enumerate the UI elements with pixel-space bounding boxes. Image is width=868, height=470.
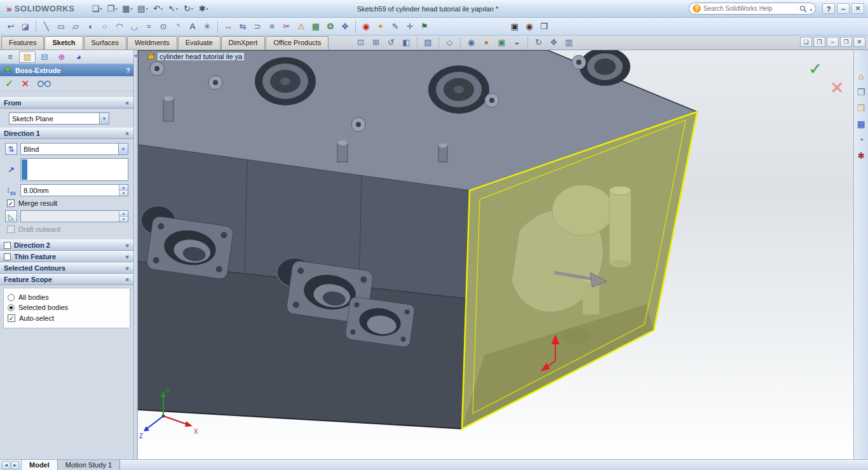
previous-view-icon[interactable]: ↺ (384, 36, 398, 48)
doc-window-1-button[interactable]: ❏ (800, 37, 812, 47)
help-search-box[interactable]: ? (689, 3, 816, 15)
direction-reference-selection-box[interactable] (20, 158, 128, 181)
chevron-down-icon[interactable] (810, 5, 812, 13)
close-button[interactable]: ✕ (851, 3, 864, 14)
search-icon[interactable] (799, 5, 807, 13)
3d-drawing-view-icon[interactable]: ▥ (562, 36, 576, 48)
featuremanager-design-tree-tab[interactable]: ≡ (2, 51, 18, 63)
help-icon[interactable]: ? (126, 67, 130, 74)
mode-tab[interactable]: Motion Study 1 (58, 460, 120, 470)
commandmanager-tab[interactable]: Office Products (266, 36, 329, 50)
spinner-up-icon[interactable] (119, 211, 128, 217)
end-condition-dropdown[interactable]: Blind (20, 143, 128, 155)
view-orientation-icon[interactable]: ▧ (421, 36, 435, 48)
commandmanager-tab[interactable]: Surfaces (84, 36, 126, 50)
thin-feature-checkbox[interactable] (4, 253, 11, 260)
design-library-icon[interactable]: ❒ (857, 88, 865, 97)
mirror-entities-icon[interactable]: ⇆ (236, 20, 250, 34)
sketch-color-icon[interactable]: ◉ (359, 20, 373, 34)
feature-tree-flyout[interactable]: cylinder head tutorial ile ya (147, 52, 244, 60)
chevron-down-icon[interactable] (118, 144, 128, 154)
configurationmanager-tab[interactable]: ⊟ (36, 51, 53, 63)
save-icon[interactable]: ▦ (120, 2, 134, 16)
direction1-section-header[interactable]: Direction 1 (0, 128, 133, 139)
point-icon[interactable]: ✳ (200, 20, 214, 34)
tangent-arc-icon[interactable]: ◡ (127, 20, 141, 34)
quick-snaps-icon[interactable]: ✛ (403, 20, 417, 34)
offset-entities-icon[interactable]: ≡ (265, 20, 279, 34)
doc-minimize-button[interactable]: – (827, 37, 839, 47)
display-style-icon[interactable]: ◇ (442, 36, 457, 48)
mode-tab[interactable]: Model (22, 460, 58, 470)
dimxpertmanager-tab[interactable]: ⊕ (53, 51, 70, 63)
exit-sketch-icon[interactable]: ↩ (4, 20, 18, 34)
direction2-section-header[interactable]: Direction 2 (0, 239, 133, 251)
view-palette-icon[interactable]: ▦ (857, 119, 865, 128)
zoom-area-icon[interactable]: ⊞ (369, 36, 383, 48)
pan-icon[interactable]: ✥ (546, 36, 561, 48)
options-icon[interactable]: ✱ (196, 2, 210, 16)
parallelogram-icon[interactable]: ▱ (69, 20, 83, 34)
commandmanager-tab[interactable]: Weldments (127, 36, 177, 50)
commandmanager-tab[interactable]: Sketch (44, 36, 83, 50)
ellipse-icon[interactable]: ⊙ (156, 20, 170, 34)
fillet-icon[interactable]: ◝ (171, 20, 185, 34)
pencil-icon[interactable]: ✎ (388, 20, 402, 34)
move-entities-icon[interactable]: ✥ (338, 20, 352, 34)
doc-restore-button[interactable]: ❐ (840, 37, 852, 47)
eraser-icon[interactable]: ◪ (18, 20, 32, 34)
print-icon[interactable]: ▤ (135, 2, 149, 16)
circular-pattern-icon[interactable]: ❂ (323, 20, 337, 34)
screen-capture-icon[interactable]: ▣ (508, 20, 522, 34)
view-settings-icon[interactable]: ◒ (510, 36, 524, 48)
line-icon[interactable]: ╲ (39, 20, 53, 34)
rotate-view-icon[interactable]: ↻ (531, 36, 546, 48)
search-input[interactable] (703, 5, 797, 12)
rectangle-icon[interactable]: ▭ (54, 20, 68, 34)
appearances-icon[interactable]: ◔ (858, 135, 864, 144)
smart-dimension-icon[interactable]: ↔ (221, 20, 235, 34)
thin-feature-section-header[interactable]: Thin Feature (0, 251, 133, 262)
new-document-icon[interactable]: ❏ (90, 2, 104, 16)
commandmanager-tab[interactable]: DimXpert (221, 36, 266, 50)
displaymanager-tab[interactable]: ◕ (71, 51, 87, 63)
spinner-down-icon[interactable] (119, 217, 128, 222)
doc-close-button[interactable]: ✕ (853, 37, 865, 47)
spinner-down-icon[interactable] (119, 191, 128, 196)
file-explorer-icon[interactable]: ❐ (857, 104, 865, 112)
feature-scope-radio[interactable]: Selected bodies (8, 304, 126, 311)
depth-spinner[interactable]: 8.00mm (20, 184, 128, 196)
trim-entities-icon[interactable]: ✂ (280, 20, 294, 34)
edit-color-icon[interactable]: ✦ (374, 20, 388, 34)
feature-scope-radio[interactable]: All bodies (8, 293, 126, 301)
tab-scroll-right-button[interactable]: ▸ (11, 461, 19, 469)
from-section-header[interactable]: From (0, 97, 133, 109)
cylinder-head-front-face[interactable] (138, 145, 470, 429)
centerpoint-arc-icon[interactable]: ◠ (112, 20, 126, 34)
commandmanager-tab[interactable]: Features (1, 36, 44, 50)
confirm-cancel-button[interactable]: ✕ (830, 78, 844, 98)
feature-scope-section-header[interactable]: Feature Scope (0, 274, 133, 285)
open-icon[interactable]: ❐ (105, 2, 119, 16)
record-video-icon[interactable]: ◉ (522, 20, 536, 34)
linear-pattern-icon[interactable]: ▦ (309, 20, 323, 34)
minimize-button[interactable]: – (837, 3, 850, 14)
text-icon[interactable]: A (186, 20, 200, 34)
merge-result-checkbox[interactable]: Merge result (7, 199, 128, 207)
doc-window-2-button[interactable]: ❐ (813, 37, 825, 47)
draft-button[interactable]: ◺ (5, 210, 17, 222)
exhaust-port-flange[interactable] (345, 297, 416, 348)
image-capture-icon[interactable]: ❒ (537, 20, 551, 34)
ok-button[interactable]: ✓ (5, 77, 13, 90)
cancel-button[interactable]: ✕ (21, 78, 29, 90)
zoom-fit-icon[interactable]: ⊡ (353, 36, 368, 48)
slot-icon[interactable]: ◖ (83, 20, 97, 34)
draft-angle-spinner[interactable] (20, 210, 128, 222)
select-icon[interactable]: ↖ (166, 2, 180, 16)
propertymanager-tab[interactable]: ▤ (19, 51, 36, 63)
direction2-checkbox[interactable] (4, 242, 11, 249)
confirm-ok-button[interactable]: ✓ (808, 59, 822, 79)
flag-icon[interactable]: ⚑ (417, 20, 431, 34)
solidworks-resources-icon[interactable]: ⌂ (858, 72, 864, 81)
help-button[interactable]: ? (822, 3, 835, 14)
